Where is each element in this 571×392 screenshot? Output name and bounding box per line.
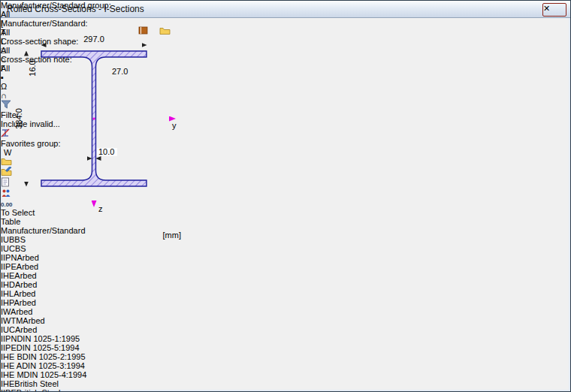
material-library-button[interactable] — [138, 26, 158, 41]
book-icon — [138, 26, 148, 35]
axis-y-label: y — [172, 121, 177, 130]
dim-radius: 27.0 — [112, 67, 128, 76]
unit-label: [mm] — [163, 231, 181, 240]
dim-web-thickness: 10.0 — [98, 147, 114, 156]
filter-label: Manufacturer/Standard group: — [1, 1, 570, 10]
centroid-dot — [92, 117, 95, 119]
folder-icon — [159, 26, 171, 35]
dialog-window: Rolled Cross-Sections - I-Sections ✕ Cro… — [0, 0, 571, 392]
section-drawing: 297.0 16.0 384.0 27.0 10.0 y z [mm] — [1, 14, 186, 243]
axis-z-label: z — [98, 204, 103, 213]
dim-height: 384.0 — [14, 108, 23, 129]
new-material-button[interactable] — [159, 26, 179, 41]
dim-flange-thickness: 16.0 — [28, 60, 37, 76]
dim-width: 297.0 — [83, 35, 104, 44]
